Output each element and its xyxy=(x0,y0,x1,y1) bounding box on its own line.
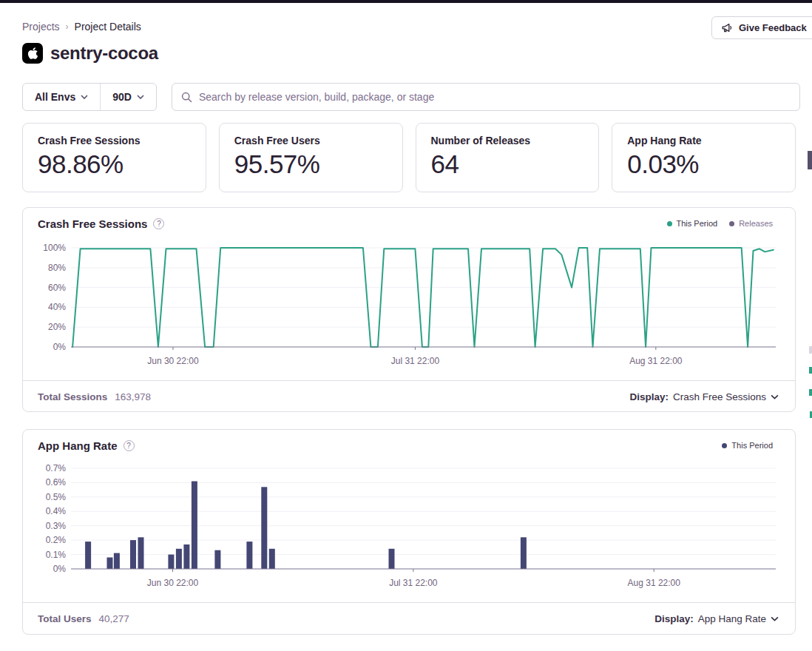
chart-title: Crash Free Sessions xyxy=(38,217,147,230)
bar xyxy=(192,482,197,570)
bar xyxy=(261,487,267,569)
date-range-selector[interactable]: 90D xyxy=(101,84,156,110)
y-axis-label: 100% xyxy=(35,243,66,253)
give-feedback-button[interactable]: Give Feedback xyxy=(711,16,812,39)
clipped-content-fragment xyxy=(808,151,812,169)
bar xyxy=(138,537,144,569)
y-axis-label: 0.4% xyxy=(35,506,66,516)
y-axis-label: 0.6% xyxy=(35,477,66,488)
y-axis-label: 0.7% xyxy=(35,463,66,473)
legend-dot-icon xyxy=(722,443,727,448)
stat-label: Crash Free Sessions xyxy=(38,135,191,146)
help-icon[interactable]: ? xyxy=(153,218,164,229)
x-axis-label: Jun 30 22:00 xyxy=(132,578,213,588)
bar xyxy=(176,549,182,569)
environment-selector[interactable]: All Envs xyxy=(23,84,100,110)
x-axis-label: Jul 31 22:00 xyxy=(373,578,454,588)
stat-card-app-hang-rate: App Hang Rate 0.03% xyxy=(612,123,796,192)
filter-bar: All Envs 90D xyxy=(22,83,800,111)
x-axis-label: Jun 30 22:00 xyxy=(132,356,214,366)
give-feedback-label: Give Feedback xyxy=(739,22,807,33)
y-axis-label: 0.5% xyxy=(35,492,66,502)
breadcrumb-separator-icon: › xyxy=(66,21,69,32)
bar xyxy=(214,550,220,569)
breadcrumb-current[interactable]: Project Details xyxy=(75,21,141,33)
bar xyxy=(85,542,91,569)
chart-footer: Total Sessions 163,978 Display: Crash Fr… xyxy=(23,380,795,413)
stat-value: 0.03% xyxy=(627,149,780,179)
chevron-down-icon xyxy=(137,95,144,99)
legend-label: This Period xyxy=(677,219,718,228)
chevron-down-icon xyxy=(81,95,88,99)
display-selector[interactable]: Display: Crash Free Sessions xyxy=(629,391,779,402)
legend-label: Releases xyxy=(739,219,773,228)
y-axis-label: 0.1% xyxy=(35,550,66,560)
y-axis-label: 20% xyxy=(35,322,66,332)
bar xyxy=(107,558,113,570)
chevron-down-icon xyxy=(771,616,779,621)
bar xyxy=(389,549,395,569)
total-value: 40,277 xyxy=(99,613,129,624)
date-range-selector-label: 90D xyxy=(112,91,132,103)
y-axis-label: 0% xyxy=(35,342,66,352)
top-border-bar xyxy=(0,0,812,3)
legend-dot-icon xyxy=(729,221,734,226)
chart-total: Total Users 40,277 xyxy=(38,613,129,624)
legend-item-this-period[interactable]: This Period xyxy=(722,441,773,450)
x-axis-label: Aug 31 22:00 xyxy=(615,356,697,366)
page-title: sentry-cocoa xyxy=(50,43,158,64)
y-axis-label: 0% xyxy=(35,564,66,574)
help-icon[interactable]: ? xyxy=(124,440,135,451)
display-value: Crash Free Sessions xyxy=(673,391,766,402)
chart-canvas xyxy=(23,430,795,602)
chart-header: App Hang Rate ? xyxy=(38,439,135,452)
stats-row: Crash Free Sessions 98.86% Crash Free Us… xyxy=(22,123,796,192)
line-series xyxy=(72,248,774,347)
y-axis-label: 80% xyxy=(35,263,66,273)
megaphone-icon xyxy=(721,22,733,34)
y-axis-label: 0.2% xyxy=(35,535,66,545)
chart-legend: This Period Releases xyxy=(667,219,774,228)
chart-header: Crash Free Sessions ? xyxy=(38,217,164,230)
crash-free-sessions-chart-card: 100%80%60%40%20%0%Jun 30 22:00Jul 31 22:… xyxy=(22,207,796,412)
apple-platform-icon xyxy=(22,43,43,64)
legend-item-releases[interactable]: Releases xyxy=(729,219,773,228)
stat-label: App Hang Rate xyxy=(627,135,780,146)
stat-card-crash-free-sessions: Crash Free Sessions 98.86% xyxy=(22,123,206,192)
legend-item-this-period[interactable]: This Period xyxy=(667,219,718,228)
release-search-input[interactable] xyxy=(199,91,791,103)
stat-value: 64 xyxy=(431,149,584,179)
legend-dot-icon xyxy=(667,221,672,226)
bar xyxy=(130,540,136,569)
display-selector[interactable]: Display: App Hang Rate xyxy=(654,613,779,624)
chart-footer: Total Users 40,277 Display: App Hang Rat… xyxy=(23,602,795,635)
total-value: 163,978 xyxy=(115,391,151,402)
x-axis-label: Aug 31 22:00 xyxy=(613,578,694,588)
total-label: Total Users xyxy=(38,613,92,624)
environment-selector-label: All Envs xyxy=(35,91,75,103)
chart-canvas xyxy=(23,208,795,380)
chart-total: Total Sessions 163,978 xyxy=(38,391,151,402)
chart-legend: This Period xyxy=(722,441,773,450)
bar xyxy=(521,537,527,569)
total-label: Total Sessions xyxy=(38,391,107,402)
stat-value: 98.86% xyxy=(38,149,191,179)
stat-card-crash-free-users: Crash Free Users 95.57% xyxy=(219,123,403,192)
bar xyxy=(114,553,120,569)
stat-label: Number of Releases xyxy=(431,135,584,146)
display-label: Display: xyxy=(654,613,694,624)
bar xyxy=(168,555,174,569)
y-axis-label: 40% xyxy=(35,302,66,312)
display-label: Display: xyxy=(629,391,669,402)
breadcrumb-projects-link[interactable]: Projects xyxy=(22,21,60,33)
clipped-content-fragment xyxy=(809,389,812,396)
stat-card-number-of-releases: Number of Releases 64 xyxy=(416,123,600,192)
bar xyxy=(183,544,189,569)
x-axis-label: Jul 31 22:00 xyxy=(374,356,456,366)
chevron-down-icon xyxy=(771,394,779,399)
clipped-content-fragment xyxy=(809,346,812,354)
breadcrumb: Projects › Project Details xyxy=(22,21,141,33)
display-value: App Hang Rate xyxy=(698,613,766,624)
env-period-selector-group: All Envs 90D xyxy=(22,83,157,111)
app-hang-rate-chart-card: 0.7%0.6%0.5%0.4%0.3%0.2%0.1%0%Jun 30 22:… xyxy=(22,429,796,635)
